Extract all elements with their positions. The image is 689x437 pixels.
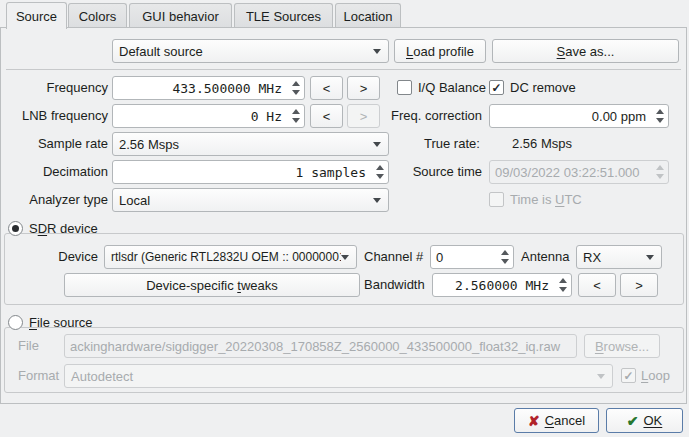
tab-location[interactable]: Location — [335, 3, 401, 28]
load-profile-button[interactable]: Load profile — [394, 39, 486, 63]
decimation-label: Decimation — [8, 160, 108, 184]
spin-up-icon[interactable] — [292, 81, 300, 86]
spin-up-icon[interactable] — [656, 109, 664, 114]
spin-up-icon[interactable] — [559, 278, 567, 283]
source-settings-dialog: Source Colors GUI behavior TLE Sources L… — [0, 0, 689, 437]
iq-balance-checkbox[interactable] — [397, 80, 412, 95]
sdr-device-radio-label: SDR device — [29, 217, 98, 241]
freq-correction-label: Freq. correction — [352, 104, 482, 128]
file-source-radio-label: File source — [29, 311, 93, 335]
spin-up-icon[interactable] — [292, 109, 300, 114]
format-value: Autodetect — [65, 369, 597, 384]
bandwidth-spinbox[interactable]: 2.560000 MHz — [432, 273, 572, 297]
freq-correction-value: 0.00 ppm — [490, 109, 651, 124]
lnb-frequency-spinbox[interactable]: 0 Hz — [112, 104, 305, 128]
frequency-value: 433.500000 MHz — [113, 81, 287, 96]
lnb-frequency-label: LNB frequency — [8, 104, 108, 128]
decimation-spinbox[interactable]: 1 samples — [112, 160, 389, 184]
file-source-radio[interactable] — [8, 315, 23, 330]
spin-down-icon[interactable] — [292, 90, 300, 95]
device-combo[interactable]: rtlsdr (Generic RTL2832U OEM :: 00000001… — [104, 245, 357, 269]
profile-combo-value: Default source — [113, 44, 373, 59]
spin-down-icon[interactable] — [501, 259, 509, 264]
chevron-down-icon — [597, 374, 605, 379]
analyzer-type-value: Local — [113, 193, 373, 208]
chevron-down-icon — [373, 198, 381, 203]
tab-label: Colors — [79, 9, 117, 24]
device-value: rtlsdr (Generic RTL2832U OEM :: 00000001… — [105, 250, 341, 264]
bandwidth-decrease-button[interactable]: < — [578, 273, 616, 297]
bandwidth-value: 2.560000 MHz — [433, 278, 554, 293]
analyzer-type-label: Analyzer type — [8, 188, 108, 212]
sample-rate-value: 2.56 Msps — [113, 137, 373, 152]
tab-colors[interactable]: Colors — [68, 3, 127, 28]
cancel-button-label: Cancel — [545, 413, 585, 428]
spin-down-icon — [656, 174, 664, 179]
dc-remove-checkbox[interactable]: ✓ — [489, 80, 504, 95]
format-label: Format — [18, 364, 59, 388]
bandwidth-label: Bandwidth — [364, 273, 425, 297]
chevron-down-icon — [373, 142, 381, 147]
time-is-utc-checkbox — [489, 192, 504, 207]
sample-rate-label: Sample rate — [8, 132, 108, 156]
chevron-down-icon — [646, 255, 654, 260]
antenna-value: RX — [577, 250, 646, 265]
cancel-button[interactable]: ✘ Cancel — [514, 408, 599, 433]
chevron-down-icon — [341, 255, 349, 260]
freq-correction-spinbox[interactable]: 0.00 ppm — [489, 104, 669, 128]
tab-label: Source — [16, 9, 57, 24]
lnb-frequency-value: 0 Hz — [113, 109, 287, 124]
separator — [6, 69, 681, 70]
spin-down-icon[interactable] — [292, 118, 300, 123]
checkmark-icon: ✓ — [623, 369, 633, 383]
dc-remove-label: DC remove — [510, 76, 576, 100]
decimation-value: 1 samples — [113, 165, 371, 180]
tab-gui-behavior[interactable]: GUI behavior — [129, 3, 232, 28]
save-as-button-label: Save as... — [557, 44, 615, 59]
lnb-decrease-button[interactable]: < — [310, 104, 343, 128]
loop-label: Loop — [641, 364, 670, 388]
tab-label: Location — [343, 9, 392, 24]
spin-down-icon[interactable] — [656, 118, 664, 123]
sdr-device-radio[interactable] — [8, 221, 23, 236]
tab-source[interactable]: Source — [6, 2, 67, 29]
loop-checkbox: ✓ — [621, 368, 636, 383]
analyzer-type-combo[interactable]: Local — [112, 188, 389, 212]
source-time-value: 09/03/2022 03:22:51.000 — [490, 165, 651, 180]
true-rate-value: 2.56 Msps — [512, 132, 572, 156]
sample-rate-combo[interactable]: 2.56 Msps — [112, 132, 389, 156]
checkmark-icon: ✓ — [491, 81, 501, 95]
format-combo: Autodetect — [64, 364, 613, 388]
spin-down-icon[interactable] — [376, 174, 384, 179]
file-label: File — [18, 334, 39, 358]
frequency-label: Frequency — [8, 76, 108, 100]
spin-down-icon[interactable] — [559, 287, 567, 292]
ok-button-label: OK — [643, 413, 662, 428]
source-time-label: Source time — [388, 160, 482, 184]
spin-up-icon — [656, 165, 664, 170]
source-time-field: 09/03/2022 03:22:51.000 — [489, 160, 669, 184]
tab-label: GUI behavior — [142, 9, 219, 24]
frequency-spinbox[interactable]: 433.500000 MHz — [112, 76, 305, 100]
iq-balance-label: I/Q Balance — [418, 76, 486, 100]
spin-up-icon[interactable] — [501, 250, 509, 255]
channel-value: 0 — [431, 250, 496, 265]
true-rate-label: True rate: — [424, 132, 480, 156]
device-tweaks-button-label: Device-specific tweaks — [146, 278, 278, 293]
antenna-combo[interactable]: RX — [576, 245, 662, 269]
frequency-increase-button[interactable]: > — [347, 76, 380, 100]
channel-spinbox[interactable]: 0 — [430, 245, 514, 269]
browse-button-label: Browse... — [595, 339, 649, 354]
save-as-button[interactable]: Save as... — [492, 39, 679, 63]
ok-check-icon: ✔ — [627, 413, 639, 429]
frequency-decrease-button[interactable]: < — [310, 76, 343, 100]
ok-button[interactable]: ✔ OK — [606, 408, 683, 433]
bandwidth-increase-button[interactable]: > — [620, 273, 658, 297]
spin-up-icon[interactable] — [376, 165, 384, 170]
device-tweaks-button[interactable]: Device-specific tweaks — [64, 273, 360, 297]
profile-combo[interactable]: Default source — [112, 39, 389, 63]
tab-tle-sources[interactable]: TLE Sources — [234, 3, 333, 28]
channel-label: Channel # — [364, 245, 423, 269]
load-profile-button-label: Load profile — [406, 44, 474, 59]
time-is-utc-label: Time is UTC — [510, 188, 582, 212]
